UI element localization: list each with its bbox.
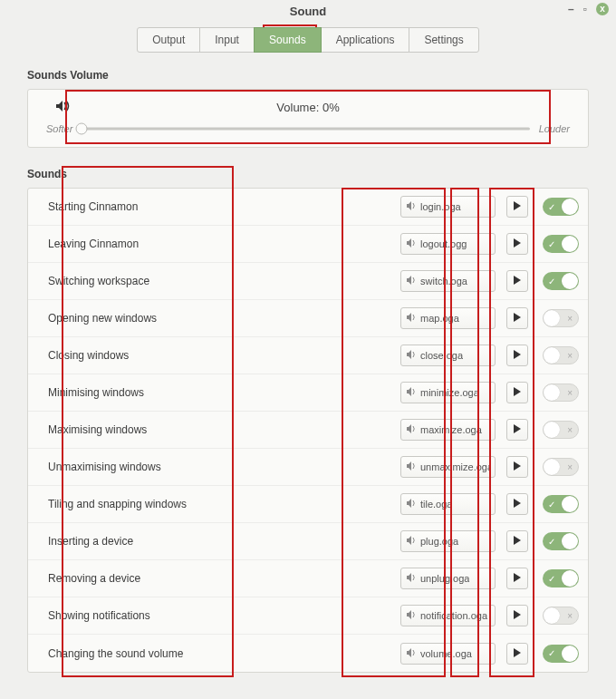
sound-file-selector[interactable]: switch.oga (400, 270, 496, 292)
check-icon: ✓ (548, 574, 555, 584)
play-icon (514, 573, 521, 584)
sound-enable-toggle[interactable]: ✓ (543, 495, 579, 513)
toggle-thumb (544, 422, 560, 438)
play-button[interactable] (506, 493, 528, 515)
sound-file-selector[interactable]: plug.oga (400, 530, 496, 552)
play-button[interactable] (506, 382, 528, 403)
slider-track (82, 128, 529, 131)
play-icon (514, 276, 521, 286)
play-button[interactable] (506, 196, 528, 218)
play-icon (514, 461, 521, 472)
x-icon: × (567, 351, 573, 361)
check-icon: ✓ (548, 537, 555, 547)
play-icon (514, 499, 521, 510)
sound-file-selector[interactable]: login.oga (400, 196, 496, 218)
sound-enable-toggle[interactable]: ✓ (543, 645, 579, 663)
sound-enable-toggle[interactable]: ✓ (543, 235, 579, 253)
sound-enable-toggle[interactable]: × (543, 458, 579, 476)
sound-event-label: Removing a device (48, 572, 400, 585)
volume-slider[interactable] (82, 124, 529, 133)
check-icon: ✓ (548, 648, 555, 658)
sound-file-selector[interactable]: volume.oga (400, 643, 496, 665)
audio-file-icon (406, 461, 417, 473)
audio-file-icon (406, 200, 417, 213)
sound-row: Inserting a deviceplug.oga✓ (28, 523, 588, 560)
tab-input[interactable]: Input (199, 27, 255, 53)
play-button[interactable] (506, 456, 528, 478)
audio-file-icon (406, 535, 417, 548)
play-button[interactable] (506, 643, 528, 665)
sound-enable-toggle[interactable]: × (543, 607, 579, 625)
sound-enable-toggle[interactable]: ✓ (543, 272, 579, 290)
titlebar: Sound – ▫ x (0, 0, 616, 22)
slider-thumb[interactable] (76, 123, 88, 135)
sound-file-selector[interactable]: logout.ogg (400, 233, 496, 255)
play-button[interactable] (506, 568, 528, 589)
sound-enable-toggle[interactable]: ✓ (543, 532, 579, 550)
tab-output[interactable]: Output (137, 27, 200, 53)
sound-event-label: Showing notifications (48, 609, 400, 622)
sound-enable-toggle[interactable]: × (543, 383, 579, 402)
sound-event-label: Opening new windows (48, 312, 400, 325)
sound-file-name: unplug.oga (420, 573, 469, 584)
sound-file-selector[interactable]: notification.oga (400, 605, 496, 626)
play-button[interactable] (506, 307, 528, 329)
play-button[interactable] (506, 530, 528, 552)
play-button[interactable] (506, 270, 528, 292)
audio-file-icon (406, 275, 417, 287)
play-button[interactable] (506, 605, 528, 626)
sound-file-selector[interactable]: tile.oga (400, 493, 496, 515)
sound-event-label: Changing the sound volume (48, 647, 400, 660)
sound-file-name: logout.ogg (420, 238, 467, 249)
sound-event-label: Minimising windows (48, 386, 400, 399)
play-icon (514, 536, 521, 547)
sound-file-selector[interactable]: minimize.oga (400, 382, 496, 403)
play-icon (514, 350, 521, 361)
sound-enable-toggle[interactable]: × (543, 346, 579, 364)
sound-enable-toggle[interactable]: × (543, 421, 579, 439)
maximize-button[interactable]: ▫ (583, 4, 587, 15)
window-title: Sound (290, 5, 326, 18)
sound-row: Maximising windowsmaximize.oga× (28, 412, 588, 449)
sound-enable-toggle[interactable]: × (543, 309, 579, 327)
sound-row: Closing windowsclose.oga× (28, 337, 588, 374)
tab-apps[interactable]: Applications (321, 27, 410, 53)
volume-row: Volume: 0% (46, 101, 570, 114)
play-icon (514, 648, 521, 659)
audio-file-icon (406, 312, 417, 325)
play-button[interactable] (506, 345, 528, 366)
check-icon: ✓ (548, 202, 555, 212)
tab-sounds[interactable]: Sounds (254, 27, 322, 53)
sound-enable-toggle[interactable]: ✓ (543, 198, 579, 216)
play-button[interactable] (506, 419, 528, 441)
sound-row: Opening new windowsmap.oga× (28, 300, 588, 337)
window-controls: – ▫ x (568, 3, 609, 15)
sound-file-selector[interactable]: unmaximize.oga (400, 456, 496, 478)
play-button[interactable] (506, 233, 528, 255)
sound-file-name: tile.oga (420, 499, 452, 510)
close-button[interactable]: x (596, 3, 609, 15)
minimize-button[interactable]: – (568, 4, 574, 15)
check-icon: ✓ (548, 239, 555, 249)
toggle-thumb (544, 459, 560, 475)
sound-file-selector[interactable]: map.oga (400, 307, 496, 329)
toggle-thumb (544, 607, 560, 624)
play-icon (514, 424, 521, 435)
play-icon (514, 387, 521, 398)
audio-file-icon (406, 238, 417, 250)
sound-event-label: Unmaximising windows (48, 461, 400, 473)
softer-label: Softer (46, 123, 72, 134)
toggle-thumb (562, 533, 578, 549)
audio-file-icon (406, 572, 417, 585)
sound-file-selector[interactable]: close.oga (400, 345, 496, 366)
sound-file-name: switch.oga (420, 276, 467, 286)
sound-file-name: plug.oga (420, 536, 458, 547)
sound-file-name: maximize.oga (420, 424, 482, 435)
sound-file-selector[interactable]: unplug.oga (400, 568, 496, 589)
sound-file-name: close.oga (420, 350, 463, 361)
sound-enable-toggle[interactable]: ✓ (543, 569, 579, 587)
tab-settings[interactable]: Settings (409, 27, 478, 53)
sound-event-label: Switching workspace (48, 275, 400, 287)
toggle-thumb (562, 570, 578, 587)
sound-file-selector[interactable]: maximize.oga (400, 419, 496, 441)
